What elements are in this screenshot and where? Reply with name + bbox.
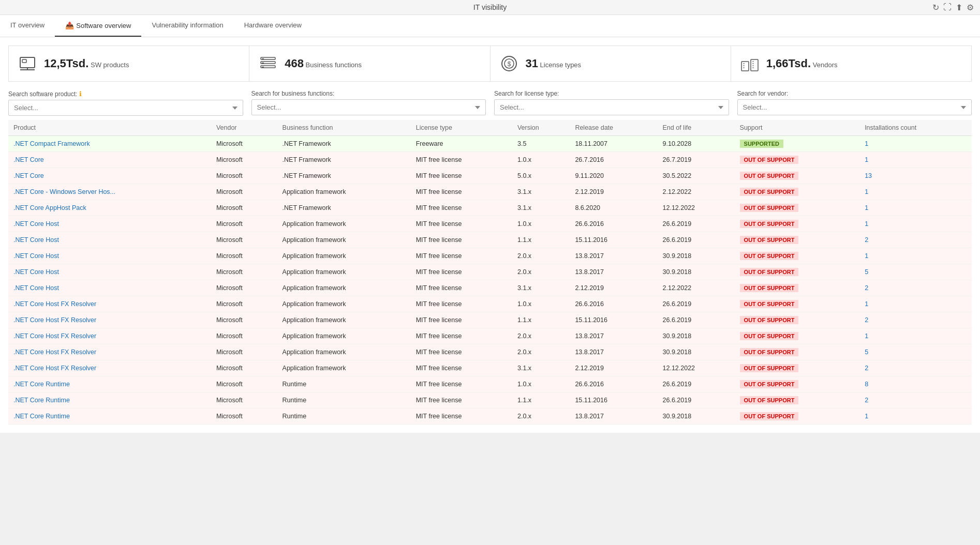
product-link[interactable]: .NET Core Runtime [13, 381, 70, 388]
product-link[interactable]: .NET Core Host [13, 284, 59, 292]
upload-icon[interactable]: ⬆ [956, 3, 962, 12]
product-link[interactable]: .NET Core - Windows Server Hos... [13, 188, 115, 195]
cell-support: OUT OF SUPPORT [735, 408, 860, 425]
cell-license-type: MIT free license [411, 408, 512, 425]
product-link[interactable]: .NET Core AppHost Pack [13, 204, 86, 211]
cell-support: OUT OF SUPPORT [735, 168, 860, 184]
cell-end-of-life: 9.10.2028 [658, 136, 735, 152]
cell-business-function: Application framework [277, 312, 411, 328]
filter-business-functions-select[interactable]: Select... [251, 99, 486, 115]
product-link[interactable]: .NET Core Host [13, 252, 59, 260]
installations-link[interactable]: 2 [865, 316, 868, 324]
product-link[interactable]: .NET Core [13, 156, 44, 163]
cell-business-function: Application framework [277, 328, 411, 344]
filter-license-type: Search for license type: Select... [494, 90, 729, 116]
cell-support: OUT OF SUPPORT [735, 264, 860, 280]
cell-end-of-life: 26.6.2019 [658, 312, 735, 328]
filter-software-product-select[interactable]: Select... [8, 100, 243, 116]
cell-license-type: MIT free license [411, 168, 512, 184]
cell-product: .NET Core Host [8, 232, 211, 248]
settings-icon[interactable]: ⚙ [967, 3, 974, 12]
installations-link[interactable]: 13 [865, 172, 872, 179]
product-link[interactable]: .NET Core Host [13, 268, 59, 276]
cell-license-type: MIT free license [411, 392, 512, 408]
cell-version: 3.1.x [512, 360, 570, 376]
filter-software-product-label: Search software product: ℹ [8, 90, 243, 98]
stat-sw-products-label: SW products [91, 61, 129, 69]
product-link[interactable]: .NET Core [13, 172, 44, 179]
refresh-icon[interactable]: ↻ [932, 3, 939, 12]
filter-vendor-select[interactable]: Select... [737, 99, 972, 115]
cell-vendor: Microsoft [211, 344, 277, 360]
cell-product: .NET Core AppHost Pack [8, 200, 211, 216]
cell-end-of-life: 30.9.2018 [658, 328, 735, 344]
cell-version: 1.1.x [512, 392, 570, 408]
installations-link[interactable]: 8 [865, 381, 868, 388]
installations-link[interactable]: 1 [865, 300, 868, 308]
cell-end-of-life: 2.12.2022 [658, 184, 735, 200]
vendors-icon [739, 54, 760, 73]
cell-release-date: 26.6.2016 [570, 296, 657, 312]
cell-vendor: Microsoft [211, 312, 277, 328]
stat-license-types: $ 31 License types [491, 46, 731, 82]
tab-hardware-overview[interactable]: Hardware overview [234, 15, 312, 37]
tab-vulnerability-information[interactable]: Vulnerability information [141, 15, 233, 37]
cell-business-function: Runtime [277, 376, 411, 392]
installations-link[interactable]: 2 [865, 397, 868, 404]
product-link[interactable]: .NET Core Host FX Resolver [13, 300, 96, 308]
filter-software-product: Search software product: ℹ Select... [8, 90, 243, 116]
cell-version: 2.0.x [512, 248, 570, 264]
tab-it-overview[interactable]: IT overview [0, 15, 55, 37]
cell-end-of-life: 12.12.2022 [658, 200, 735, 216]
filter-license-type-select[interactable]: Select... [494, 99, 729, 115]
support-badge: OUT OF SUPPORT [740, 252, 799, 260]
product-link[interactable]: .NET Core Host FX Resolver [13, 349, 96, 356]
product-link[interactable]: .NET Compact Framework [13, 140, 90, 147]
cell-vendor: Microsoft [211, 184, 277, 200]
cell-business-function: Application framework [277, 344, 411, 360]
support-badge: OUT OF SUPPORT [740, 172, 799, 180]
cell-version: 2.0.x [512, 408, 570, 425]
support-badge: OUT OF SUPPORT [740, 380, 799, 388]
table-row: .NET Core Host Microsoft Application fra… [8, 280, 972, 296]
installations-link[interactable]: 2 [865, 284, 868, 292]
cell-support: OUT OF SUPPORT [735, 360, 860, 376]
cell-product: .NET Core [8, 152, 211, 168]
support-badge: OUT OF SUPPORT [740, 348, 799, 356]
tab-software-overview[interactable]: 📤Software overview [55, 15, 141, 37]
installations-link[interactable]: 1 [865, 220, 868, 228]
cell-business-function: .NET Framework [277, 136, 411, 152]
product-link[interactable]: .NET Core Runtime [13, 397, 70, 404]
maximize-icon[interactable]: ⛶ [943, 3, 952, 12]
installations-link[interactable]: 2 [865, 365, 868, 372]
filters-row: Search software product: ℹ Select... Sea… [8, 90, 972, 116]
support-badge: OUT OF SUPPORT [740, 220, 799, 228]
product-link[interactable]: .NET Core Runtime [13, 413, 70, 420]
installations-link[interactable]: 1 [865, 413, 868, 420]
product-link[interactable]: .NET Core Host FX Resolver [13, 316, 96, 324]
product-link[interactable]: .NET Core Host FX Resolver [13, 332, 96, 340]
cell-business-function: Application framework [277, 360, 411, 376]
installations-link[interactable]: 1 [865, 156, 868, 163]
installations-link[interactable]: 1 [865, 188, 868, 195]
cell-business-function: .NET Framework [277, 200, 411, 216]
installations-link[interactable]: 1 [865, 252, 868, 260]
filter-business-functions: Search for business functions: Select... [251, 90, 486, 116]
stat-license-types-number: 31 [526, 57, 538, 70]
product-link[interactable]: .NET Core Host FX Resolver [13, 365, 96, 372]
stat-business-functions-label: Business functions [306, 61, 362, 69]
upload-tab-icon: 📤 [65, 21, 74, 29]
cell-license-type: MIT free license [411, 376, 512, 392]
installations-link[interactable]: 1 [865, 204, 868, 211]
table-row: .NET Core Host FX Resolver Microsoft App… [8, 312, 972, 328]
installations-link[interactable]: 1 [865, 332, 868, 340]
product-link[interactable]: .NET Core Host [13, 236, 59, 244]
product-link[interactable]: .NET Core Host [13, 220, 59, 228]
cell-vendor: Microsoft [211, 296, 277, 312]
installations-link[interactable]: 5 [865, 349, 868, 356]
cell-product: .NET Core Host FX Resolver [8, 312, 211, 328]
installations-link[interactable]: 2 [865, 236, 868, 244]
installations-link[interactable]: 1 [865, 140, 868, 147]
installations-link[interactable]: 5 [865, 268, 868, 276]
table-row: .NET Core Runtime Microsoft Runtime MIT … [8, 376, 972, 392]
